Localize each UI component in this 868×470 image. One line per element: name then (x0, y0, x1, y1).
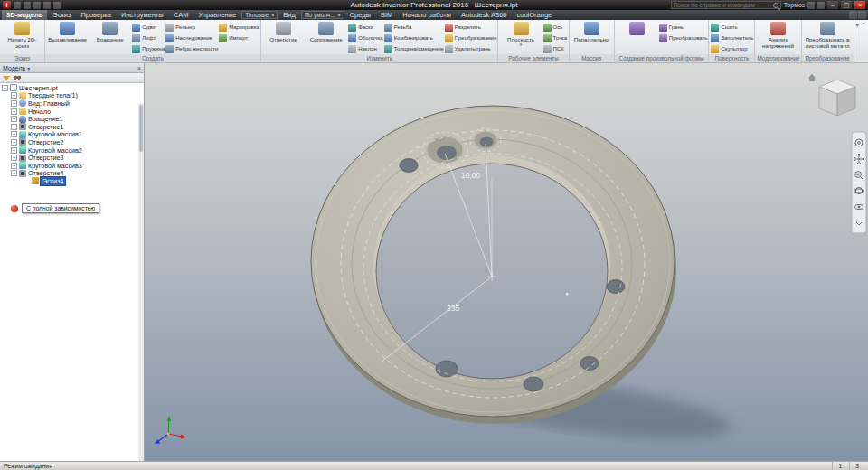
tab-coolorange[interactable]: coolOrange (512, 10, 556, 20)
thicken-button[interactable]: Толщина/смещение (384, 43, 443, 54)
save-icon[interactable] (14, 2, 21, 9)
tree-item-root[interactable]: Шестерня.ipt (0, 84, 144, 92)
search-icon[interactable] (773, 3, 778, 8)
revolve-button[interactable]: Вращение (90, 21, 130, 42)
tree-item-origin[interactable]: Начало (9, 108, 144, 116)
tab-get-started[interactable]: Начало работы (398, 10, 456, 20)
hole-button[interactable]: Отверстие (263, 21, 304, 42)
freeform-convert-button[interactable]: Преобразовать (659, 33, 707, 43)
browser-dropdown-icon[interactable]: ▾ (27, 65, 30, 71)
decal-button[interactable]: Маркировка (219, 22, 259, 33)
tree-item-revolve1[interactable]: Вращение1 (9, 115, 144, 123)
ribbon-options-icon[interactable]: ▾ (856, 22, 860, 29)
stitch-button[interactable]: Сшить (711, 22, 752, 33)
expander-icon[interactable] (11, 131, 17, 137)
tree-item-hole2[interactable]: Отверстие2 (9, 138, 144, 146)
split-button[interactable]: Разделить (445, 22, 496, 33)
import-button[interactable]: Импорт (219, 33, 259, 43)
plane-button[interactable]: Плоскость (500, 21, 541, 48)
tree-item-hole4[interactable]: Отверстие4 (9, 170, 144, 178)
app-icon[interactable]: I (3, 1, 11, 9)
tree-item-hole1[interactable]: Отверстие1 (9, 123, 144, 131)
extrude-button[interactable]: Выдавливание (47, 21, 88, 42)
ucs-button[interactable]: ПСК (543, 43, 567, 54)
expander-icon[interactable] (11, 155, 17, 161)
direct-edit-button[interactable]: Преобразование (445, 33, 496, 43)
shell-button[interactable]: Оболочка (348, 33, 382, 43)
tab-manage[interactable]: Управление (193, 10, 241, 20)
tab-3d-model[interactable]: 3D-модель (2, 10, 47, 20)
expander-icon[interactable] (11, 124, 17, 130)
close-button[interactable]: × (854, 1, 865, 9)
expander-icon[interactable] (11, 100, 17, 107)
tab-view[interactable]: Вид (278, 10, 300, 20)
expander-icon[interactable] (11, 139, 17, 146)
draft-button[interactable]: Наклон (348, 43, 382, 54)
stress-analysis-button[interactable]: Анализ напряжений (757, 21, 798, 49)
start-2d-sketch-button[interactable]: Начать 2D-эскиз (2, 21, 42, 49)
delete-face-button[interactable]: Удалить грань (445, 43, 496, 54)
navigation-bar[interactable] (852, 132, 866, 233)
tree-item-circular-pattern3[interactable]: Круговой массив3 (9, 162, 144, 170)
pattern-button[interactable]: Параллельно (571, 21, 612, 42)
ribbon-collapse-icon[interactable]: ⌃ (861, 22, 866, 29)
viewport-3d[interactable]: 10,00 235 (145, 63, 868, 461)
tree-item-solid-bodies[interactable]: Твердые тела(1) (9, 92, 144, 100)
expander-icon[interactable] (11, 116, 17, 122)
sweep-button[interactable]: Сдвиг (132, 22, 164, 33)
user-name[interactable]: Тормоз (784, 2, 805, 8)
fillet-button[interactable]: Сопряжение (306, 21, 346, 42)
appearance-icon[interactable] (858, 11, 866, 19)
freeform-face-button[interactable]: Грань (659, 22, 707, 33)
rib-button[interactable]: Ребро жесткости (165, 43, 217, 54)
emboss-button[interactable]: Рельеф (165, 22, 217, 33)
tree-item-hole3[interactable]: Отверстие3 (9, 154, 144, 162)
browser-header[interactable]: Модель ▾ × (0, 63, 144, 73)
print-icon[interactable] (43, 2, 51, 9)
find-icon[interactable] (14, 75, 21, 81)
notification-icon[interactable] (807, 2, 815, 9)
browser-scrollbar[interactable] (138, 103, 144, 461)
coil-button[interactable]: Пружина (132, 43, 164, 54)
combine-button[interactable]: Комбинировать (384, 33, 443, 43)
expander-icon[interactable] (11, 92, 17, 99)
tree-item-circular-pattern1[interactable]: Круговой массив1 (9, 131, 144, 139)
maximize-button[interactable]: ▢ (841, 1, 852, 9)
expander-icon[interactable] (11, 108, 17, 115)
tab-environments[interactable]: Среды (345, 10, 375, 20)
tab-inspect[interactable]: Проверка (76, 10, 116, 20)
gear-flange-model[interactable] (311, 106, 676, 424)
minimize-button[interactable]: – (827, 1, 838, 9)
viewport-canvas[interactable]: 10,00 235 (145, 63, 868, 461)
tree-item-sketch4[interactable]: Эскиз4 (22, 177, 144, 185)
loft-button[interactable]: Лофт (132, 33, 164, 43)
expander-icon[interactable] (11, 163, 17, 169)
tab-bim[interactable]: BIM (376, 10, 397, 20)
expander-icon[interactable] (2, 85, 8, 91)
tab-a360[interactable]: Autodesk A360 (457, 10, 511, 20)
freeform-box-button[interactable] (617, 21, 657, 36)
chamfer-button[interactable]: Фаска (348, 22, 382, 33)
tab-sketch[interactable]: Эскиз (48, 10, 75, 20)
scrollbar-thumb[interactable] (139, 105, 143, 152)
axis-button[interactable]: Ось (543, 22, 567, 33)
search-input[interactable] (674, 2, 771, 9)
redo-icon[interactable] (33, 2, 41, 9)
browser-close-icon[interactable]: × (137, 65, 141, 71)
convert-sheet-metal-button[interactable]: Преобразовать в листовой металл (804, 21, 852, 49)
expander-icon[interactable] (11, 147, 17, 154)
update-icon[interactable] (53, 2, 61, 9)
thread-button[interactable]: Резьба (384, 22, 443, 33)
appearance-dropdown[interactable]: По умолч... (301, 11, 344, 19)
tab-cam[interactable]: CAM (169, 10, 193, 20)
patch-button[interactable]: Заполнитель (711, 33, 752, 43)
tree-item-circular-pattern2[interactable]: Круговой массив2 (9, 146, 144, 155)
derive-button[interactable]: Наследование (165, 33, 217, 43)
expander-icon[interactable] (11, 170, 17, 176)
material-icon[interactable] (849, 11, 857, 19)
tab-tools[interactable]: Инструменты (117, 10, 168, 20)
filter-icon[interactable] (3, 76, 10, 80)
sculpt-button[interactable]: Скульптор (711, 43, 752, 54)
styles-dropdown[interactable]: Типовые (241, 11, 278, 19)
help-icon[interactable] (817, 2, 825, 9)
